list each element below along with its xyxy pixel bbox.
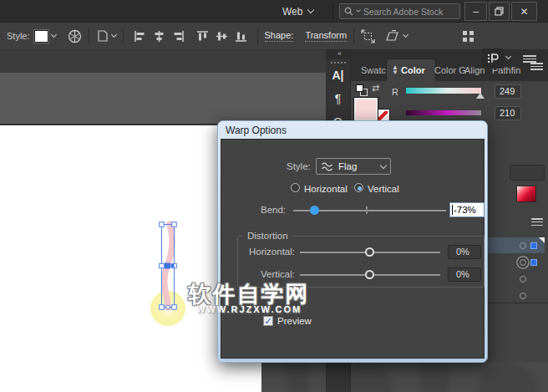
panel-cycle-icon: ▲▼ bbox=[392, 65, 398, 75]
align-left-icon[interactable] bbox=[134, 30, 146, 43]
search-icon bbox=[344, 7, 353, 16]
distortion-vertical-label: Vertical: bbox=[243, 269, 295, 279]
fill-proxy-icon[interactable] bbox=[356, 84, 363, 92]
chevron-down-icon bbox=[110, 32, 116, 38]
bend-slider-thumb[interactable] bbox=[310, 206, 319, 215]
panel-grip[interactable] bbox=[331, 62, 346, 64]
panel-menu-icon[interactable] bbox=[530, 63, 543, 70]
red-channel-slider[interactable] bbox=[406, 88, 481, 94]
app-titlebar: Web Search Adobe Stock – ✕ bbox=[0, 0, 548, 23]
selection-square-icon[interactable] bbox=[530, 242, 537, 249]
align-horizontal-center-icon[interactable] bbox=[153, 30, 165, 43]
toolbar-separator bbox=[257, 28, 258, 44]
pasteboard[interactable] bbox=[0, 73, 326, 125]
warp-options-dialog: Warp Options Style: Flag Horizontal Vert… bbox=[217, 120, 488, 363]
vertical-radio-label[interactable]: Vertical bbox=[368, 184, 399, 194]
background-artwork-area bbox=[261, 362, 548, 392]
style-swatch bbox=[34, 30, 48, 43]
panel-tab-bar: Swatch ▲▼ Color Color G Align Pathfin bbox=[351, 50, 548, 81]
tab-color[interactable]: ▲▼ Color bbox=[386, 59, 436, 81]
row-corner-marker bbox=[539, 237, 545, 243]
character-panel-icon[interactable]: A| bbox=[326, 69, 350, 82]
red-value-field[interactable]: 249 bbox=[495, 84, 521, 99]
restore-icon bbox=[495, 7, 504, 16]
target-circle-icon[interactable] bbox=[520, 242, 526, 249]
illustrator-window: Web Search Adobe Stock – ✕ Style: bbox=[0, 0, 548, 392]
radio-selected-dot bbox=[358, 186, 362, 191]
minimize-button[interactable]: – bbox=[464, 2, 487, 21]
shear-dropdown-icon[interactable] bbox=[385, 30, 408, 43]
warp-style-dropdown[interactable]: Flag bbox=[316, 158, 391, 175]
panel-menu-icon[interactable] bbox=[531, 218, 543, 226]
target-circle-icon[interactable] bbox=[520, 276, 526, 283]
restore-button[interactable] bbox=[489, 2, 510, 21]
collapse-panels-icon[interactable]: « bbox=[337, 49, 342, 58]
chevron-down-icon bbox=[403, 32, 408, 38]
arrange-documents-icon[interactable] bbox=[462, 30, 474, 43]
vertical-radio[interactable] bbox=[354, 183, 363, 192]
chevron-down-icon bbox=[50, 32, 56, 38]
dialog-title[interactable]: Warp Options bbox=[221, 123, 485, 139]
vertical-value-field[interactable]: 0% bbox=[448, 267, 481, 282]
transform-link[interactable]: Transform bbox=[305, 30, 347, 42]
preview-label[interactable]: Preview bbox=[277, 316, 312, 326]
list-item[interactable] bbox=[488, 237, 545, 253]
flag-warp-icon bbox=[321, 161, 334, 171]
text-caret bbox=[452, 205, 453, 215]
close-icon: ✕ bbox=[520, 6, 528, 18]
free-distort-icon[interactable] bbox=[361, 29, 375, 43]
list-item[interactable] bbox=[488, 271, 545, 287]
preview-checkbox[interactable]: ✓ bbox=[263, 316, 273, 326]
menu-list-icon[interactable] bbox=[523, 55, 536, 63]
distortion-horizontal-label: Horizontal: bbox=[243, 247, 295, 257]
titlebar-separator bbox=[332, 4, 333, 18]
vertical-slider-thumb[interactable] bbox=[365, 270, 374, 279]
horizontal-radio[interactable] bbox=[291, 183, 300, 192]
search-scope-chevron-icon bbox=[356, 8, 361, 13]
horizontal-radio-label[interactable]: Horizontal bbox=[304, 184, 348, 194]
list-item[interactable] bbox=[488, 254, 545, 270]
profile-dropdown-label: Web bbox=[282, 6, 302, 18]
workspace-switcher-button[interactable] bbox=[482, 48, 504, 69]
bend-label: Bend: bbox=[261, 205, 286, 215]
align-bottom-icon[interactable] bbox=[235, 30, 247, 43]
chevron-down-icon bbox=[380, 161, 387, 168]
minimize-icon: – bbox=[473, 6, 479, 18]
center-anchor-point[interactable] bbox=[165, 263, 170, 269]
color-spectrum-swatch[interactable] bbox=[516, 186, 536, 202]
warp-style-value: Flag bbox=[338, 161, 357, 171]
target-double-circle-icon[interactable] bbox=[520, 259, 526, 266]
search-placeholder: Search Adobe Stock bbox=[363, 7, 443, 17]
bend-slider-center-tick bbox=[366, 206, 368, 214]
list-item[interactable] bbox=[488, 288, 545, 303]
style-swatch-dropdown[interactable] bbox=[34, 30, 56, 43]
align-right-icon[interactable] bbox=[172, 30, 185, 43]
control-bar: Style: Shape: Transform bbox=[0, 23, 548, 50]
align-vertical-center-icon[interactable] bbox=[216, 30, 228, 43]
search-input[interactable]: Search Adobe Stock bbox=[339, 3, 460, 19]
green-value-field[interactable]: 210 bbox=[495, 106, 521, 120]
recolor-artwork-icon[interactable] bbox=[68, 29, 82, 43]
swap-fill-stroke-icon[interactable]: ⇄ bbox=[372, 83, 379, 94]
selection-square-icon[interactable] bbox=[530, 259, 537, 266]
horizontal-slider-thumb[interactable] bbox=[365, 247, 374, 257]
shape-link[interactable]: Shape: bbox=[265, 30, 294, 42]
style-label: Style: bbox=[287, 161, 311, 171]
red-slider-thumb[interactable] bbox=[476, 93, 485, 99]
horizontal-value-field[interactable]: 0% bbox=[448, 245, 481, 259]
fill-swatch-pink[interactable] bbox=[354, 98, 378, 121]
align-top-icon[interactable] bbox=[196, 30, 209, 43]
distortion-label: Distortion bbox=[243, 231, 292, 241]
profile-dropdown[interactable]: Web bbox=[277, 3, 318, 19]
chevron-down-icon bbox=[307, 7, 314, 13]
bend-value-field[interactable]: -73% bbox=[449, 202, 485, 217]
warped-shape-artwork[interactable] bbox=[149, 214, 202, 334]
target-circle-icon[interactable] bbox=[520, 293, 526, 299]
paragraph-panel-icon[interactable]: ¶ bbox=[326, 92, 350, 105]
dialog-body: Style: Flag Horizontal Vertical Bend: -7… bbox=[221, 139, 485, 359]
panel-field[interactable] bbox=[510, 165, 545, 181]
document-frame bbox=[0, 50, 326, 73]
green-channel-slider[interactable] bbox=[406, 110, 481, 115]
document-setup-dropdown[interactable] bbox=[96, 29, 116, 43]
close-button[interactable]: ✕ bbox=[511, 2, 537, 21]
